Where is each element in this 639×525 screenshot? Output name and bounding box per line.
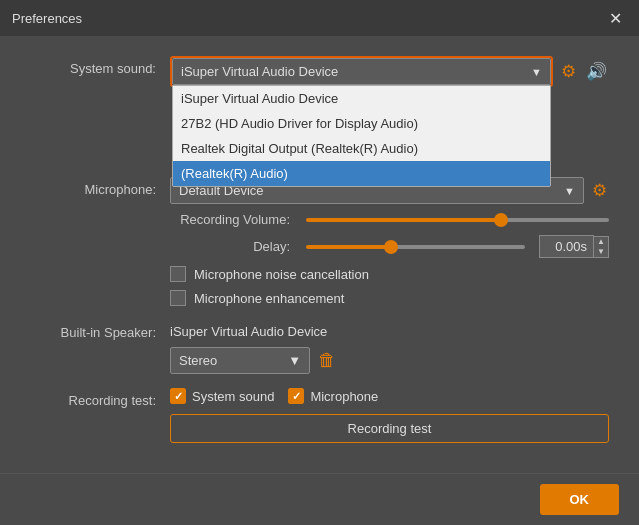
system-sound-select-row: iSuper Virtual Audio Device ▼ iSuper Vir… [170, 56, 609, 87]
delay-spinners: ▲ ▼ [594, 236, 609, 258]
noise-cancellation-row: Microphone noise cancellation [170, 266, 609, 282]
microphone-label: Microphone: [30, 177, 170, 197]
stereo-selected: Stereo [179, 353, 217, 368]
close-button[interactable]: ✕ [603, 6, 627, 30]
enhancement-checkbox[interactable] [170, 290, 186, 306]
microphone-check-text: Microphone [310, 389, 378, 404]
builtin-speaker-delete-button[interactable]: 🗑 [318, 350, 336, 371]
delay-label: Delay: [170, 239, 300, 254]
dropdown-option-2[interactable]: Realtek Digital Output (Realtek(R) Audio… [173, 136, 550, 161]
system-sound-speaker-button[interactable]: 🔊 [584, 59, 609, 84]
delay-slider-container [306, 245, 525, 249]
gear-icon: ⚙ [592, 180, 607, 201]
content-area: System sound: iSuper Virtual Audio Devic… [0, 36, 639, 473]
delay-spin-up[interactable]: ▲ [594, 237, 608, 247]
chevron-down-icon: ▼ [531, 66, 542, 78]
dropdown-option-1[interactable]: 27B2 (HD Audio Driver for Display Audio) [173, 111, 550, 136]
builtin-speaker-row: Built-in Speaker: iSuper Virtual Audio D… [30, 320, 609, 374]
microphone-row: Microphone: Default Device ▼ ⚙ Record [30, 177, 609, 306]
recording-test-row: Recording test: ✓ System sound ✓ Microph… [30, 388, 609, 443]
gear-icon: ⚙ [561, 61, 576, 82]
system-sound-checkbox[interactable]: ✓ [170, 388, 186, 404]
recording-checkboxes-row: ✓ System sound ✓ Microphone [170, 388, 609, 404]
dropdown-option-0[interactable]: iSuper Virtual Audio Device [173, 86, 550, 111]
noise-cancellation-label: Microphone noise cancellation [194, 267, 369, 282]
microphone-controls: Default Device ▼ ⚙ Recording Volume: [170, 177, 609, 306]
checkmark-icon: ✓ [292, 390, 301, 403]
delay-input[interactable]: 0.00s [539, 235, 594, 258]
recording-volume-row: Recording Volume: [170, 212, 609, 227]
delay-slider[interactable] [306, 245, 525, 249]
microphone-check-label: ✓ Microphone [288, 388, 378, 404]
chevron-down-icon: ▼ [288, 353, 301, 368]
system-sound-check-label: ✓ System sound [170, 388, 274, 404]
system-sound-row: System sound: iSuper Virtual Audio Devic… [30, 56, 609, 87]
recording-test-button[interactable]: Recording test [170, 414, 609, 443]
system-sound-dropdown-list: iSuper Virtual Audio Device 27B2 (HD Aud… [172, 85, 551, 187]
system-sound-label: System sound: [30, 56, 170, 76]
recording-volume-slider-container [306, 218, 609, 222]
stereo-dropdown[interactable]: Stereo ▼ [170, 347, 310, 374]
recording-test-label: Recording test: [30, 388, 170, 408]
system-sound-dropdown[interactable]: iSuper Virtual Audio Device ▼ [172, 58, 551, 85]
footer: OK [0, 473, 639, 525]
stereo-row: Stereo ▼ 🗑 [170, 347, 609, 374]
recording-volume-label: Recording Volume: [170, 212, 300, 227]
system-sound-selected: iSuper Virtual Audio Device [181, 64, 338, 79]
title-bar: Preferences ✕ [0, 0, 639, 36]
preferences-dialog: Preferences ✕ System sound: iSuper Virtu… [0, 0, 639, 525]
chevron-down-icon: ▼ [564, 185, 575, 197]
checkmark-icon: ✓ [174, 390, 183, 403]
ok-button[interactable]: OK [540, 484, 620, 515]
microphone-checkbox[interactable]: ✓ [288, 388, 304, 404]
builtin-speaker-device: iSuper Virtual Audio Device [170, 324, 609, 339]
delay-row: Delay: 0.00s ▲ ▼ [170, 235, 609, 258]
microphone-gear-button[interactable]: ⚙ [590, 178, 609, 203]
delay-spin-down[interactable]: ▼ [594, 247, 608, 257]
noise-cancellation-checkbox[interactable] [170, 266, 186, 282]
delay-input-wrapper: 0.00s ▲ ▼ [539, 235, 609, 258]
system-sound-controls: iSuper Virtual Audio Device ▼ iSuper Vir… [170, 56, 609, 87]
dialog-title: Preferences [12, 11, 82, 26]
system-sound-gear-button[interactable]: ⚙ [559, 59, 578, 84]
enhancement-row: Microphone enhancement [170, 290, 609, 306]
builtin-speaker-controls: iSuper Virtual Audio Device Stereo ▼ 🗑 [170, 320, 609, 374]
builtin-speaker-label: Built-in Speaker: [30, 320, 170, 340]
system-sound-dropdown-wrapper: iSuper Virtual Audio Device ▼ iSuper Vir… [170, 56, 553, 87]
speaker-icon: 🔊 [586, 61, 607, 82]
dropdown-option-3[interactable]: (Realtek(R) Audio) [173, 161, 550, 186]
system-sound-check-text: System sound [192, 389, 274, 404]
recording-volume-slider[interactable] [306, 218, 609, 222]
trash-icon: 🗑 [318, 350, 336, 370]
enhancement-label: Microphone enhancement [194, 291, 344, 306]
recording-test-controls: ✓ System sound ✓ Microphone Recording te… [170, 388, 609, 443]
